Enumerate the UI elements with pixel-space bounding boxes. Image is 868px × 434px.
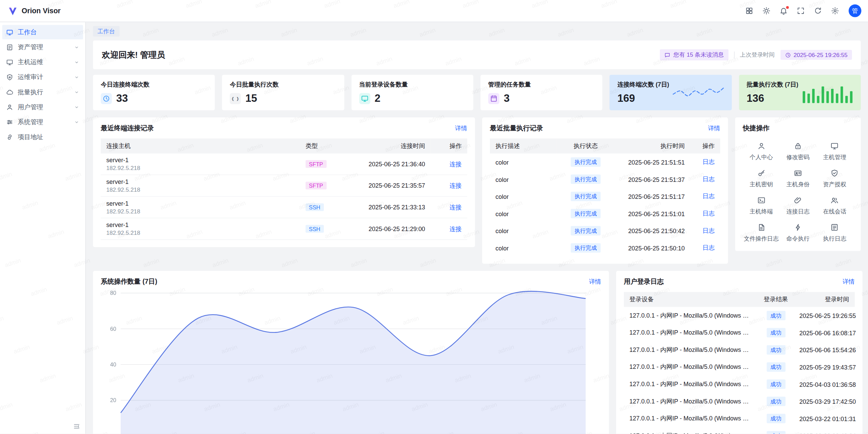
- quick-action-command-exec[interactable]: 命令执行: [780, 222, 816, 244]
- refresh-icon[interactable]: [809, 4, 827, 18]
- login-time: 2025-06-06 15:54:26: [794, 341, 855, 359]
- apps-icon[interactable]: [741, 4, 758, 18]
- column-header: 连接主机: [101, 138, 300, 153]
- card-title: 系统操作数量 (7日): [101, 277, 157, 286]
- quick-action-file-op-log[interactable]: 文件操作日志: [743, 222, 780, 244]
- sidebar-item-label: 运维审计: [18, 73, 74, 81]
- quick-action-host-management[interactable]: 主机管理: [816, 141, 853, 163]
- host-name: server-1: [106, 222, 294, 228]
- exec-time: 2025-06-25 21:51:51: [615, 153, 690, 171]
- table-row: server-1 182.92.5.218 SFTP 2025-06-25 21…: [101, 175, 467, 196]
- sidebar-item-icon: [6, 43, 13, 51]
- batch-table: 执行描述 执行状态 执行时间 操作 color 执行完成 2025: [490, 138, 720, 257]
- quick-actions-grid: 个人中心 修改密码 主机管理: [743, 141, 853, 244]
- recent-terminal-card: 最近终端连接记录 详情 连接主机 类型 连接时间 操作: [93, 117, 475, 247]
- sidebar-item-batch-exec[interactable]: 批量执行: [2, 85, 83, 99]
- sidebar-item-icon: [6, 103, 13, 110]
- user-avatar[interactable]: 管: [849, 4, 862, 17]
- terminal-detail-link[interactable]: 详情: [455, 124, 467, 132]
- quick-action-host-identity[interactable]: 主机身份: [780, 168, 816, 190]
- quick-action-personal-center[interactable]: 个人中心: [743, 141, 780, 163]
- quick-action-online-session[interactable]: 在线会话: [816, 195, 853, 217]
- chart-detail-link[interactable]: 详情: [589, 278, 601, 286]
- exec-description: color: [490, 205, 556, 222]
- login-device: 127.0.0.1 - 内网IP - Mozilla/5.0 (Windows …: [624, 341, 758, 359]
- icon-glyph: [796, 7, 805, 15]
- theme-icon[interactable]: [758, 4, 775, 18]
- quick-action-host-terminal[interactable]: 主机终端: [743, 195, 780, 217]
- quick-action-icon: [757, 196, 765, 204]
- connect-link[interactable]: 连接: [450, 204, 462, 210]
- log-link[interactable]: 日志: [703, 210, 715, 217]
- host-ip: 182.92.5.218: [106, 186, 294, 193]
- table-row: color 执行完成 2025-06-25 21:51:01 日志: [490, 205, 720, 222]
- connect-link[interactable]: 连接: [450, 182, 462, 189]
- connect-time: 2025-06-25 21:29:00: [347, 218, 431, 240]
- sidebar-item-icon: [6, 118, 13, 126]
- stat-card: 批量执行次数 (7日) 136: [739, 75, 861, 110]
- connect-time: 2025-06-25 21:35:57: [347, 175, 431, 196]
- sidebar-item-system-mgmt[interactable]: 系统管理: [2, 115, 83, 129]
- sidebar-item-label: 资产管理: [18, 43, 74, 51]
- app: Orion Visor: [0, 0, 868, 434]
- login-detail-link[interactable]: 详情: [843, 278, 855, 286]
- quick-action-connect-log[interactable]: 连接日志: [780, 195, 816, 217]
- login-result-badge: 成功: [766, 379, 785, 389]
- quick-action-change-password[interactable]: 修改密码: [780, 141, 816, 163]
- sidebar-item-icon: [6, 88, 13, 95]
- exec-time: 2025-06-25 21:51:01: [615, 205, 690, 222]
- login-result-badge: 成功: [766, 362, 785, 372]
- quick-action-host-key[interactable]: 主机密钥: [743, 168, 780, 190]
- login-device: 127.0.0.1 - 内网IP - Mozilla/5.0 (Windows …: [624, 427, 758, 434]
- sidebar-item-user-mgmt[interactable]: 用户管理: [2, 100, 83, 114]
- log-link[interactable]: 日志: [703, 158, 715, 165]
- breadcrumb-item[interactable]: 工作台: [93, 26, 119, 37]
- sidebar-item-host-ops[interactable]: 主机运维: [2, 55, 83, 69]
- column-header: 操作: [431, 138, 467, 153]
- table-row: 127.0.0.1 - 内网IP - Mozilla/5.0 (Windows …: [624, 376, 855, 393]
- log-link[interactable]: 日志: [703, 193, 715, 200]
- connect-link[interactable]: 连接: [450, 161, 462, 167]
- terminal-table: 连接主机 类型 连接时间 操作 server-1 182.92.5.218: [101, 138, 467, 240]
- sidebar-collapse-icon[interactable]: [73, 423, 80, 430]
- sidebar-item-workbench[interactable]: 工作台: [2, 25, 83, 39]
- chat-icon: [665, 52, 671, 58]
- log-link[interactable]: 日志: [703, 244, 715, 251]
- exec-time: 2025-06-25 21:51:17: [615, 188, 690, 205]
- notification-icon[interactable]: [775, 4, 792, 18]
- table-row: 127.0.0.1 - 内网IP - Mozilla/5.0 (Windows …: [624, 307, 855, 324]
- batch-detail-link[interactable]: 详情: [708, 124, 720, 132]
- quick-action-asset-grant[interactable]: 资产授权: [816, 168, 853, 190]
- table-row: color 执行完成 2025-06-25 21:50:10 日志: [490, 239, 720, 257]
- sidebar-item-project-link[interactable]: 项目地址: [2, 130, 83, 144]
- log-link[interactable]: 日志: [703, 176, 715, 183]
- quick-action-icon: [757, 223, 765, 231]
- connect-link[interactable]: 连接: [450, 225, 462, 232]
- stat-value: 33: [116, 93, 128, 105]
- exec-description: color: [490, 239, 556, 257]
- sidebar-item-assets[interactable]: 资产管理: [2, 40, 83, 54]
- login-time: 2025-06-25 19:26:55: [794, 307, 855, 324]
- unread-messages-badge[interactable]: 您有 15 条未读消息: [660, 49, 728, 60]
- fullscreen-icon[interactable]: [792, 4, 809, 18]
- host-ip: 182.92.5.218: [106, 229, 294, 236]
- card-title: 快捷操作: [743, 124, 769, 133]
- status-badge: 执行完成: [571, 174, 600, 184]
- icon-glyph: [762, 7, 770, 15]
- status-badge: 执行完成: [571, 226, 600, 235]
- quick-action-exec-log[interactable]: 执行日志: [816, 222, 853, 244]
- host-name: server-1: [106, 157, 294, 164]
- quick-action-icon: [794, 169, 802, 177]
- exec-time: 2025-06-25 21:51:37: [615, 171, 690, 188]
- stat-card: 连接终端次数 (7日) 169: [610, 75, 732, 110]
- status-badge: 执行完成: [571, 192, 600, 201]
- column-header: 登录时间: [794, 292, 855, 307]
- chevron-down-icon: [74, 90, 79, 95]
- log-link[interactable]: 日志: [703, 227, 715, 234]
- quick-action-icon: [831, 223, 839, 231]
- svg-text:20: 20: [110, 397, 116, 403]
- last-login-label: 上次登录时间: [740, 51, 775, 59]
- connect-time: 2025-06-25 21:33:13: [347, 196, 431, 218]
- settings-icon[interactable]: [827, 4, 844, 18]
- sidebar-item-ops-audit[interactable]: 运维审计: [2, 70, 83, 84]
